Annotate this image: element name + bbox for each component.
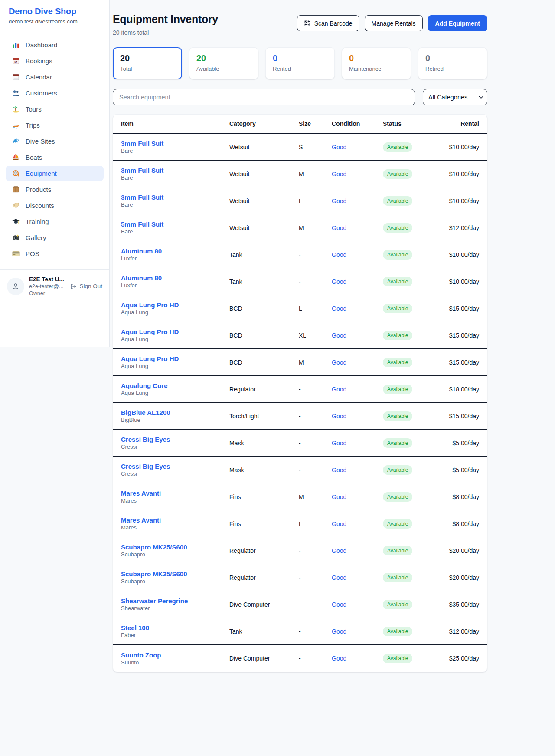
condition-link[interactable]: Good	[332, 413, 346, 420]
stat-card-available[interactable]: 20 Available	[189, 47, 258, 79]
condition-link[interactable]: Good	[332, 520, 346, 527]
item-brand: Suunto	[121, 659, 139, 666]
condition-link[interactable]: Good	[332, 144, 346, 151]
table-row: Cressi Big Eyes Cressi Mask - Good Avail…	[113, 430, 487, 457]
condition-link[interactable]: Good	[332, 359, 346, 366]
item-name-link[interactable]: Aluminum 80	[121, 274, 229, 282]
item-name-link[interactable]: Aqualung Core	[121, 382, 229, 389]
condition-link[interactable]: Good	[332, 332, 346, 339]
sidebar-item-customers[interactable]: Customers	[6, 85, 104, 101]
sidebar-item-gallery[interactable]: Gallery	[6, 230, 104, 245]
sidebar-item-dive-sites[interactable]: Dive Sites	[6, 134, 104, 149]
sidebar-item-boats[interactable]: Boats	[6, 150, 104, 165]
sidebar-item-bookings[interactable]: 17 Bookings	[6, 53, 104, 69]
condition-link[interactable]: Good	[332, 251, 346, 258]
manage-rentals-button[interactable]: Manage Rentals	[365, 15, 423, 31]
shop-header: Demo Dive Shop demo.test.divestreams.com	[0, 0, 109, 31]
condition-link[interactable]: Good	[332, 305, 346, 312]
table-row: BigBlue AL1200 BigBlue Torch/Light - Goo…	[113, 403, 487, 430]
condition-link[interactable]: Good	[332, 601, 346, 608]
item-name-link[interactable]: Aqua Lung Pro HD	[121, 355, 229, 362]
item-brand: Bare	[121, 148, 133, 154]
user-role: Owner	[29, 290, 65, 296]
item-name-link[interactable]: 3mm Full Suit	[121, 194, 229, 201]
cell-category: Dive Computer	[229, 601, 299, 608]
stat-label: Available	[196, 66, 251, 72]
page-title: Equipment Inventory	[113, 13, 218, 26]
sidebar-item-pos[interactable]: POS	[6, 246, 104, 261]
stat-card-total[interactable]: 20 Total	[113, 47, 182, 79]
condition-link[interactable]: Good	[332, 171, 346, 177]
condition-link[interactable]: Good	[332, 386, 346, 393]
item-brand: Bare	[121, 228, 133, 235]
item-name-link[interactable]: Mares Avanti	[121, 490, 229, 497]
cell-size: -	[299, 628, 332, 635]
condition-link[interactable]: Good	[332, 574, 346, 581]
item-name-link[interactable]: Aqua Lung Pro HD	[121, 328, 229, 335]
item-name-link[interactable]: Aluminum 80	[121, 247, 229, 255]
item-brand: Aqua Lung	[121, 390, 148, 396]
item-name-link[interactable]: 5mm Full Suit	[121, 220, 229, 228]
condition-link[interactable]: Good	[332, 278, 346, 285]
category-select[interactable]: All Categories	[423, 89, 487, 105]
sidebar-item-calendar[interactable]: Calendar	[6, 69, 104, 85]
cell-category: Regulator	[229, 574, 299, 581]
condition-link[interactable]: Good	[332, 224, 346, 231]
stat-card-maintenance[interactable]: 0 Maintenance	[342, 47, 411, 79]
sidebar-item-label: Calendar	[26, 73, 52, 81]
table-row: Aluminum 80 Luxfer Tank - Good Available…	[113, 268, 487, 295]
condition-link[interactable]: Good	[332, 440, 346, 447]
sidebar-item-tours[interactable]: Tours	[6, 102, 104, 117]
sidebar: Demo Dive Shop demo.test.divestreams.com…	[0, 0, 110, 347]
status-badge: Available	[383, 169, 412, 179]
add-equipment-button[interactable]: Add Equipment	[428, 15, 487, 31]
sidebar-item-dashboard[interactable]: Dashboard	[6, 37, 104, 53]
condition-link[interactable]: Good	[332, 467, 346, 473]
item-brand: Scubapro	[121, 551, 145, 558]
item-name-link[interactable]: 3mm Full Suit	[121, 167, 229, 174]
sidebar-item-label: Discounts	[26, 202, 54, 209]
cell-category: BCD	[229, 332, 299, 339]
item-name-link[interactable]: Cressi Big Eyes	[121, 436, 229, 443]
cell-rental: $25.00/day	[448, 655, 479, 662]
stat-card-rented[interactable]: 0 Rented	[265, 47, 335, 79]
cell-category: Wetsuit	[229, 224, 299, 231]
item-name-link[interactable]: Scubapro MK25/S600	[121, 570, 229, 578]
item-name-link[interactable]: Scubapro MK25/S600	[121, 543, 229, 551]
item-brand: Aqua Lung	[121, 309, 148, 316]
scan-barcode-button[interactable]: Scan Barcode	[297, 15, 359, 31]
item-name-link[interactable]: 3mm Full Suit	[121, 140, 229, 147]
search-input[interactable]	[113, 89, 415, 105]
status-badge: Available	[383, 546, 412, 555]
sidebar-item-training[interactable]: Training	[6, 214, 104, 229]
item-name-link[interactable]: Steel 100	[121, 624, 229, 631]
cell-size: M	[299, 224, 332, 231]
condition-link[interactable]: Good	[332, 493, 346, 500]
item-name-link[interactable]: Mares Avanti	[121, 516, 229, 524]
item-name-link[interactable]: Cressi Big Eyes	[121, 463, 229, 470]
item-name-link[interactable]: Shearwater Peregrine	[121, 597, 229, 605]
condition-link[interactable]: Good	[332, 547, 346, 554]
condition-link[interactable]: Good	[332, 628, 346, 635]
stat-value: 0	[273, 53, 327, 63]
user-name: E2E Test U...	[29, 276, 65, 283]
sidebar-item-discounts[interactable]: Discounts	[6, 198, 104, 213]
item-name-link[interactable]: Suunto Zoop	[121, 651, 229, 659]
condition-link[interactable]: Good	[332, 197, 346, 204]
stat-card-retired[interactable]: 0 Retired	[418, 47, 487, 79]
sidebar-item-label: Training	[26, 218, 49, 225]
svg-text:17: 17	[14, 60, 17, 63]
status-badge: Available	[383, 196, 412, 206]
cell-rental: $10.00/day	[448, 251, 479, 258]
user-email: e2e-tester@...	[29, 283, 65, 289]
sidebar-item-equipment[interactable]: Equipment	[6, 166, 104, 181]
condition-link[interactable]: Good	[332, 655, 346, 662]
table-row: 3mm Full Suit Bare Wetsuit M Good Availa…	[113, 161, 487, 187]
sign-out-button[interactable]: Sign Out	[70, 283, 102, 290]
table-row: Cressi Big Eyes Cressi Mask - Good Avail…	[113, 457, 487, 483]
item-name-link[interactable]: BigBlue AL1200	[121, 409, 229, 416]
status-badge: Available	[383, 465, 412, 475]
sidebar-item-products[interactable]: Products	[6, 182, 104, 197]
sidebar-item-trips[interactable]: Trips	[6, 118, 104, 133]
item-name-link[interactable]: Aqua Lung Pro HD	[121, 301, 229, 309]
